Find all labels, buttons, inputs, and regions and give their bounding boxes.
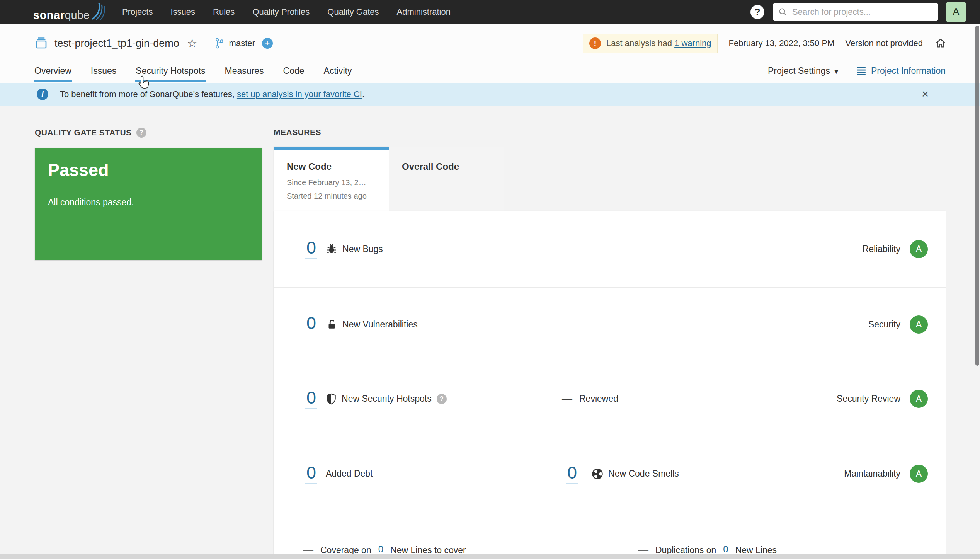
branch-name: master xyxy=(229,38,255,48)
nav-item-quality-gates[interactable]: Quality Gates xyxy=(327,7,379,17)
quality-gate-title: QUALITY GATE STATUS xyxy=(35,128,132,137)
nav-item-quality-profiles[interactable]: Quality Profiles xyxy=(252,7,310,17)
global-search[interactable] xyxy=(773,3,938,21)
measure-row-maintainability: 0 Added Debt 0 New Code Smells xyxy=(274,436,946,511)
reliability-rating-badge[interactable]: A xyxy=(910,240,928,258)
banner-ci-link[interactable]: set up analysis in your favorite CI xyxy=(237,89,362,99)
reliability-label: Reliability xyxy=(863,244,900,254)
favorite-star-icon[interactable]: ☆ xyxy=(187,37,197,49)
security-review-label: Security Review xyxy=(837,394,900,404)
measures-tabs: New Code Since February 13, 2… Started 1… xyxy=(274,147,504,211)
project-tabbar: Overview Issues Security Hotspots Measur… xyxy=(34,66,946,83)
project-information-button[interactable]: Project Information xyxy=(856,66,946,76)
warning-icon: ! xyxy=(589,37,601,49)
close-icon[interactable]: ✕ xyxy=(921,89,929,100)
tab-new-code[interactable]: New Code Since February 13, 2… Started 1… xyxy=(274,147,389,211)
chevron-down-icon: ▼ xyxy=(833,68,839,75)
banner-suffix: . xyxy=(362,89,364,99)
analysis-version: Version not provided xyxy=(845,38,923,48)
logo-text-light: qube xyxy=(65,9,90,22)
added-debt-count[interactable]: 0 xyxy=(305,464,317,484)
quality-gate-card: Passed All conditions passed. xyxy=(35,148,262,260)
overall-code-label: Overall Code xyxy=(402,161,504,172)
vertical-scrollbar[interactable] xyxy=(975,26,979,366)
project-header: test-project1_tp1-gin-demo ☆ master + ! … xyxy=(34,33,947,53)
sonarqube-logo[interactable]: sonarqube xyxy=(33,2,107,22)
analysis-date: February 13, 2022, 3:50 PM xyxy=(728,38,834,48)
tab-overall-code[interactable]: Overall Code xyxy=(389,147,504,211)
nav-item-issues[interactable]: Issues xyxy=(170,7,195,17)
project-title: test-project1_tp1-gin-demo xyxy=(54,37,179,49)
shield-icon xyxy=(326,393,337,405)
analysis-meta: ! Last analysis had 1 warning February 1… xyxy=(583,34,947,53)
ci-info-banner: i To benefit from more of SonarQube's fe… xyxy=(0,83,980,106)
bug-icon xyxy=(326,243,337,255)
maintainability-label: Maintainability xyxy=(844,469,900,479)
tab-code[interactable]: Code xyxy=(283,66,305,82)
branch-selector[interactable]: master xyxy=(214,37,255,49)
home-icon[interactable] xyxy=(934,37,947,49)
branch-icon xyxy=(214,37,225,49)
tab-issues[interactable]: Issues xyxy=(91,66,116,82)
code-smell-icon xyxy=(592,468,603,480)
measures-card: 0 New Bugs Reliability A xyxy=(274,211,946,559)
maintainability-rating-badge[interactable]: A xyxy=(910,465,928,483)
help-icon[interactable]: ? xyxy=(750,5,764,19)
logo-text-bold: sonar xyxy=(33,9,65,22)
reviewed-label: Reviewed xyxy=(579,394,618,404)
security-review-rating-badge[interactable]: A xyxy=(910,390,928,408)
project-information-label: Project Information xyxy=(871,66,946,76)
new-code-label: New Code xyxy=(287,161,389,172)
quality-gate-help-icon[interactable]: ? xyxy=(136,128,146,138)
new-hotspots-count[interactable]: 0 xyxy=(305,389,317,409)
added-debt-label: Added Debt xyxy=(326,469,373,479)
tab-activity[interactable]: Activity xyxy=(324,66,352,82)
measures-title: MEASURES xyxy=(274,128,321,137)
tab-overview[interactable]: Overview xyxy=(34,66,71,82)
new-vulnerabilities-count[interactable]: 0 xyxy=(305,314,317,334)
new-bugs-label: New Bugs xyxy=(342,244,383,254)
logo-arcs-icon xyxy=(91,2,107,21)
project-tabs: Overview Issues Security Hotspots Measur… xyxy=(34,66,352,82)
measures-heading: MEASURES xyxy=(274,128,321,137)
measure-row-vulnerabilities: 0 New Vulnerabilities Security A xyxy=(274,288,946,361)
main-nav: Projects Issues Rules Quality Profiles Q… xyxy=(122,7,451,17)
cell-divider xyxy=(610,511,610,559)
new-bugs-count[interactable]: 0 xyxy=(305,239,317,259)
sonarqube-project-overview: sonarqube Projects Issues Rules Quality … xyxy=(0,0,980,559)
top-navbar: sonarqube Projects Issues Rules Quality … xyxy=(0,0,980,24)
analysis-warning-box: ! Last analysis had 1 warning xyxy=(583,34,718,53)
warning-link[interactable]: 1 warning xyxy=(674,38,711,48)
new-code-started: Started 12 minutes ago xyxy=(287,192,389,201)
new-code-smells-count[interactable]: 0 xyxy=(566,464,578,484)
nav-item-projects[interactable]: Projects xyxy=(122,7,153,17)
tab-measures[interactable]: Measures xyxy=(225,66,264,82)
project-settings-dropdown[interactable]: Project Settings▼ xyxy=(768,66,839,76)
nav-item-administration[interactable]: Administration xyxy=(397,7,451,17)
new-code-since: Since February 13, 2… xyxy=(287,178,389,187)
tab-security-hotspots[interactable]: Security Hotspots xyxy=(136,66,205,82)
project-settings-label: Project Settings xyxy=(768,66,830,76)
nav-item-rules[interactable]: Rules xyxy=(213,7,235,17)
security-label: Security xyxy=(868,319,900,330)
user-avatar[interactable]: A xyxy=(946,2,966,22)
quality-gate-detail: All conditions passed. xyxy=(48,197,249,208)
new-hotspots-label: New Security Hotspots xyxy=(342,394,432,404)
measure-row-hotspots: 0 New Security Hotspots ? — Reviewed Sec… xyxy=(274,361,946,436)
banner-text: To benefit from more of SonarQube's feat… xyxy=(60,89,235,99)
quality-gate-heading: QUALITY GATE STATUS ? xyxy=(35,128,146,138)
new-code-smells-label: New Code Smells xyxy=(608,469,679,479)
quality-gate-status: Passed xyxy=(48,160,249,180)
new-vulnerabilities-label: New Vulnerabilities xyxy=(342,319,418,330)
warning-text: Last analysis had xyxy=(606,38,672,48)
search-icon xyxy=(778,7,788,17)
security-rating-badge[interactable]: A xyxy=(910,315,928,334)
reviewed-value: — xyxy=(562,393,572,405)
list-icon xyxy=(856,66,866,76)
open-lock-icon xyxy=(326,319,337,330)
horizontal-scrollbar[interactable] xyxy=(0,554,980,559)
add-branch-button[interactable]: + xyxy=(262,38,273,49)
info-icon: i xyxy=(37,89,48,100)
search-input[interactable] xyxy=(791,7,933,17)
hotspots-help-icon[interactable]: ? xyxy=(437,394,447,404)
